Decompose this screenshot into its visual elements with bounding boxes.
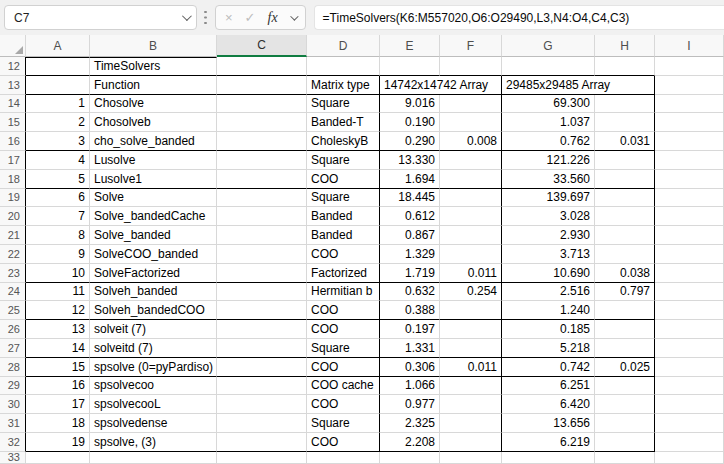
column-header-G[interactable]: G xyxy=(502,35,595,57)
cell-B23[interactable]: SolveFactorized xyxy=(90,264,217,283)
cell-C30[interactable] xyxy=(217,395,307,414)
cell-A15[interactable]: 2 xyxy=(26,113,90,132)
formula-input[interactable]: =TimeSolvers(K6:M557020,O6:O29490,L3,N4:… xyxy=(314,5,724,30)
cell-A20[interactable]: 7 xyxy=(26,207,90,226)
cell-G22[interactable]: 3.713 xyxy=(502,245,595,264)
column-header-A[interactable]: A xyxy=(26,35,90,57)
row-header-28[interactable]: 28 xyxy=(0,358,26,377)
cell-I26[interactable] xyxy=(655,320,724,339)
row-header-20[interactable]: 20 xyxy=(0,207,26,226)
cell-H17[interactable] xyxy=(595,151,655,170)
cell-D30[interactable]: COO xyxy=(307,395,380,414)
cell-E16[interactable]: 0.290 xyxy=(380,132,440,151)
cell-G29[interactable]: 6.251 xyxy=(502,377,595,396)
cell-H15[interactable] xyxy=(595,113,655,132)
cell-A25[interactable]: 12 xyxy=(26,301,90,320)
cell-I27[interactable] xyxy=(655,339,724,358)
cell-E26[interactable]: 0.197 xyxy=(380,320,440,339)
cell-H31[interactable] xyxy=(595,414,655,433)
cell-H25[interactable] xyxy=(595,301,655,320)
cell-E30[interactable]: 0.977 xyxy=(380,395,440,414)
cell-G14[interactable]: 69.300 xyxy=(502,95,595,114)
row-header-18[interactable]: 18 xyxy=(0,170,26,189)
cell-D15[interactable]: Banded-T xyxy=(307,113,380,132)
cell-B17[interactable]: Lusolve xyxy=(90,151,217,170)
row-header-24[interactable]: 24 xyxy=(0,283,26,302)
cell-C18[interactable] xyxy=(217,170,307,189)
drag-handle-icon[interactable] xyxy=(204,17,207,19)
cell-F21[interactable] xyxy=(440,226,502,245)
cell-F29[interactable] xyxy=(440,377,502,396)
row-header-12[interactable]: 12 xyxy=(0,57,26,76)
cell-B21[interactable]: Solve_banded xyxy=(90,226,217,245)
cell-C26[interactable] xyxy=(217,320,307,339)
cell-B28[interactable]: spsolve (0=pyPardiso) xyxy=(90,358,217,377)
cell-A33[interactable] xyxy=(26,452,90,464)
cell-F27[interactable] xyxy=(440,339,502,358)
cell-C33[interactable] xyxy=(217,452,307,464)
cell-A28[interactable]: 15 xyxy=(26,358,90,377)
cell-I21[interactable] xyxy=(655,226,724,245)
cell-B25[interactable]: Solveh_bandedCOO xyxy=(90,301,217,320)
cell-E14[interactable]: 9.016 xyxy=(380,95,440,114)
cell-D33[interactable] xyxy=(307,452,380,464)
cell-A22[interactable]: 9 xyxy=(26,245,90,264)
cell-D17[interactable]: Square xyxy=(307,151,380,170)
column-header-H[interactable]: H xyxy=(595,35,655,57)
cell-E15[interactable]: 0.190 xyxy=(380,113,440,132)
cell-F18[interactable] xyxy=(440,170,502,189)
name-box-dropdown-icon[interactable] xyxy=(182,11,192,21)
cell-C14[interactable] xyxy=(217,95,307,114)
cell-D24[interactable]: Hermitian b xyxy=(307,283,380,302)
cell-H28[interactable]: 0.025 xyxy=(595,358,655,377)
cell-A29[interactable]: 16 xyxy=(26,377,90,396)
cell-B29[interactable]: spsolvecoo xyxy=(90,377,217,396)
cell-F15[interactable] xyxy=(440,113,502,132)
row-header-17[interactable]: 17 xyxy=(0,151,26,170)
row-header-25[interactable]: 25 xyxy=(0,301,26,320)
cell-D12[interactable] xyxy=(307,57,380,76)
cell-H12[interactable] xyxy=(595,57,655,76)
cell-E27[interactable]: 1.331 xyxy=(380,339,440,358)
cell-G18[interactable]: 33.560 xyxy=(502,170,595,189)
cell-G27[interactable]: 5.218 xyxy=(502,339,595,358)
cell-E33[interactable] xyxy=(380,452,440,464)
cell-C23[interactable] xyxy=(217,264,307,283)
cell-E21[interactable]: 0.867 xyxy=(380,226,440,245)
cell-I13[interactable] xyxy=(655,76,724,95)
cell-G31[interactable]: 13.656 xyxy=(502,414,595,433)
cell-E13[interactable]: 14742x14742 Array xyxy=(380,76,502,95)
cell-E32[interactable]: 2.208 xyxy=(380,433,440,452)
cell-F20[interactable] xyxy=(440,207,502,226)
cell-D22[interactable]: COO xyxy=(307,245,380,264)
cell-B27[interactable]: solveitd (7) xyxy=(90,339,217,358)
cell-B19[interactable]: Solve xyxy=(90,189,217,208)
cell-E31[interactable]: 2.325 xyxy=(380,414,440,433)
cell-A14[interactable]: 1 xyxy=(26,95,90,114)
fx-dropdown-icon[interactable] xyxy=(290,12,298,20)
cell-D23[interactable]: Factorized xyxy=(307,264,380,283)
column-header-B[interactable]: B xyxy=(90,35,217,57)
cell-G23[interactable]: 10.690 xyxy=(502,264,595,283)
column-header-I[interactable]: I xyxy=(655,35,724,57)
cell-C20[interactable] xyxy=(217,207,307,226)
cell-D26[interactable]: COO xyxy=(307,320,380,339)
cell-C24[interactable] xyxy=(217,283,307,302)
cell-A17[interactable]: 4 xyxy=(26,151,90,170)
cell-G25[interactable]: 1.240 xyxy=(502,301,595,320)
cell-G12[interactable] xyxy=(502,57,595,76)
cell-I19[interactable] xyxy=(655,189,724,208)
cell-E24[interactable]: 0.632 xyxy=(380,283,440,302)
cell-H14[interactable] xyxy=(595,95,655,114)
cell-I33[interactable] xyxy=(655,452,724,464)
cell-F22[interactable] xyxy=(440,245,502,264)
cell-G28[interactable]: 0.742 xyxy=(502,358,595,377)
cell-H26[interactable] xyxy=(595,320,655,339)
cell-I23[interactable] xyxy=(655,264,724,283)
cell-I22[interactable] xyxy=(655,245,724,264)
cell-C22[interactable] xyxy=(217,245,307,264)
cell-F24[interactable]: 0.254 xyxy=(440,283,502,302)
row-header-32[interactable]: 32 xyxy=(0,433,26,452)
column-header-D[interactable]: D xyxy=(307,35,380,57)
cell-C32[interactable] xyxy=(217,433,307,452)
